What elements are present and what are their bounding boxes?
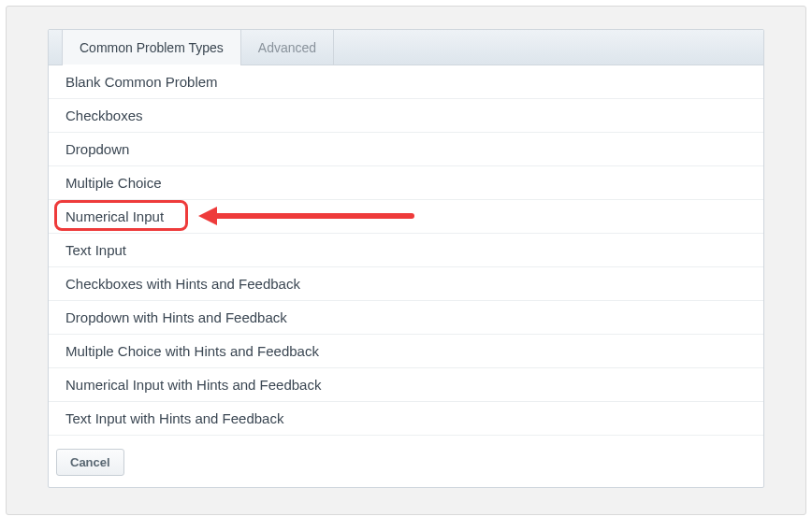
tab-advanced[interactable]: Advanced xyxy=(241,30,334,65)
list-item-numerical-input[interactable]: Numerical Input xyxy=(49,200,763,234)
list-item-numerical-input-hints-feedback[interactable]: Numerical Input with Hints and Feedback xyxy=(49,368,763,402)
cancel-button[interactable]: Cancel xyxy=(56,449,124,476)
list-item-text-input-hints-feedback[interactable]: Text Input with Hints and Feedback xyxy=(49,402,763,436)
list-item-blank-common-problem[interactable]: Blank Common Problem xyxy=(49,65,763,99)
list-item-multiple-choice[interactable]: Multiple Choice xyxy=(49,166,763,200)
tab-label: Common Problem Types xyxy=(80,40,224,55)
list-item-dropdown[interactable]: Dropdown xyxy=(49,133,763,166)
list-item-text-input[interactable]: Text Input xyxy=(49,234,763,267)
problem-type-list: Blank Common Problem Checkboxes Dropdown… xyxy=(49,65,763,436)
tab-label: Advanced xyxy=(258,40,316,55)
panel: Common Problem Types Advanced Blank Comm… xyxy=(48,29,764,488)
list-wrapper: Blank Common Problem Checkboxes Dropdown… xyxy=(49,65,763,436)
tabs-bar: Common Problem Types Advanced xyxy=(49,30,763,65)
list-item-multiple-choice-hints-feedback[interactable]: Multiple Choice with Hints and Feedback xyxy=(49,335,763,368)
list-item-checkboxes[interactable]: Checkboxes xyxy=(49,99,763,133)
tab-common-problem-types[interactable]: Common Problem Types xyxy=(62,30,241,65)
list-item-dropdown-hints-feedback[interactable]: Dropdown with Hints and Feedback xyxy=(49,301,763,335)
dialog-frame: Common Problem Types Advanced Blank Comm… xyxy=(6,6,806,515)
list-item-checkboxes-hints-feedback[interactable]: Checkboxes with Hints and Feedback xyxy=(49,267,763,301)
dialog-footer: Cancel xyxy=(49,436,763,487)
button-label: Cancel xyxy=(70,455,110,469)
